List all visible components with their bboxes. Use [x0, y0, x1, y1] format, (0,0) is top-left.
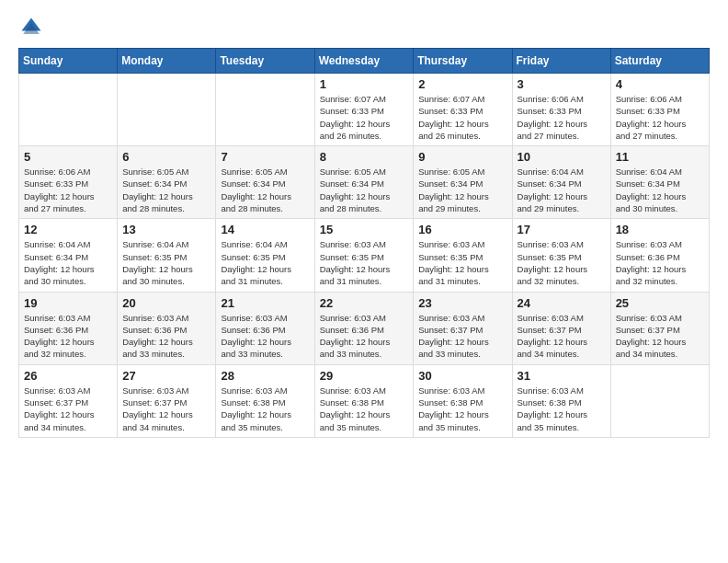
day-number: 8 — [320, 150, 409, 164]
day-info: Sunrise: 6:04 AM Sunset: 6:34 PM Dayligh… — [616, 166, 704, 214]
calendar-cell: 22Sunrise: 6:03 AM Sunset: 6:36 PM Dayli… — [314, 292, 414, 364]
day-info: Sunrise: 6:03 AM Sunset: 6:38 PM Dayligh… — [518, 385, 606, 433]
day-number: 14 — [221, 223, 309, 236]
calendar-cell: 1Sunrise: 6:07 AM Sunset: 6:33 PM Daylig… — [314, 74, 414, 146]
calendar-cell: 4Sunrise: 6:06 AM Sunset: 6:33 PM Daylig… — [610, 74, 709, 146]
day-number: 28 — [221, 369, 309, 383]
day-number: 21 — [221, 296, 309, 310]
calendar-cell: 13Sunrise: 6:04 AM Sunset: 6:35 PM Dayli… — [118, 219, 216, 292]
logo-icon — [18, 15, 44, 40]
calendar-cell — [19, 74, 118, 146]
day-info: Sunrise: 6:03 AM Sunset: 6:37 PM Dayligh… — [518, 312, 606, 361]
day-info: Sunrise: 6:03 AM Sunset: 6:35 PM Dayligh… — [418, 238, 506, 287]
day-number: 20 — [122, 296, 210, 310]
calendar-cell: 3Sunrise: 6:06 AM Sunset: 6:33 PM Daylig… — [512, 74, 610, 146]
day-info: Sunrise: 6:07 AM Sunset: 6:33 PM Dayligh… — [418, 93, 506, 142]
calendar-cell: 25Sunrise: 6:03 AM Sunset: 6:37 PM Dayli… — [610, 292, 709, 364]
day-info: Sunrise: 6:04 AM Sunset: 6:34 PM Dayligh… — [24, 238, 112, 287]
day-info: Sunrise: 6:05 AM Sunset: 6:34 PM Dayligh… — [320, 166, 409, 214]
calendar-cell: 8Sunrise: 6:05 AM Sunset: 6:34 PM Daylig… — [314, 146, 414, 219]
day-number: 9 — [418, 150, 506, 164]
calendar-cell — [216, 74, 314, 146]
day-number: 30 — [418, 369, 506, 383]
day-number: 25 — [616, 296, 704, 310]
day-number: 15 — [320, 223, 409, 236]
weekday-header: Saturday — [610, 49, 709, 74]
day-info: Sunrise: 6:05 AM Sunset: 6:34 PM Dayligh… — [221, 166, 309, 214]
calendar-cell: 12Sunrise: 6:04 AM Sunset: 6:34 PM Dayli… — [19, 219, 118, 292]
logo — [18, 15, 48, 40]
weekday-header: Friday — [512, 49, 610, 74]
day-info: Sunrise: 6:05 AM Sunset: 6:34 PM Dayligh… — [122, 166, 210, 214]
calendar-cell: 26Sunrise: 6:03 AM Sunset: 6:37 PM Dayli… — [19, 364, 118, 437]
day-number: 2 — [418, 77, 506, 91]
calendar-cell: 23Sunrise: 6:03 AM Sunset: 6:37 PM Dayli… — [414, 292, 512, 364]
day-number: 7 — [221, 150, 309, 164]
day-info: Sunrise: 6:06 AM Sunset: 6:33 PM Dayligh… — [616, 93, 704, 142]
calendar-table: SundayMondayTuesdayWednesdayThursdayFrid… — [18, 48, 710, 438]
day-number: 4 — [616, 77, 704, 91]
calendar-cell: 21Sunrise: 6:03 AM Sunset: 6:36 PM Dayli… — [216, 292, 314, 364]
day-number: 22 — [320, 296, 409, 310]
page: SundayMondayTuesdayWednesdayThursdayFrid… — [0, 0, 728, 447]
calendar-cell: 30Sunrise: 6:03 AM Sunset: 6:38 PM Dayli… — [414, 364, 512, 437]
day-info: Sunrise: 6:03 AM Sunset: 6:36 PM Dayligh… — [320, 312, 409, 361]
day-info: Sunrise: 6:03 AM Sunset: 6:36 PM Dayligh… — [24, 312, 112, 361]
calendar-week-row: 12Sunrise: 6:04 AM Sunset: 6:34 PM Dayli… — [19, 219, 710, 292]
day-info: Sunrise: 6:03 AM Sunset: 6:35 PM Dayligh… — [518, 238, 606, 287]
calendar-cell: 16Sunrise: 6:03 AM Sunset: 6:35 PM Dayli… — [414, 219, 512, 292]
calendar-cell: 24Sunrise: 6:03 AM Sunset: 6:37 PM Dayli… — [512, 292, 610, 364]
weekday-header: Tuesday — [216, 49, 314, 74]
calendar-week-row: 26Sunrise: 6:03 AM Sunset: 6:37 PM Dayli… — [19, 364, 710, 437]
day-info: Sunrise: 6:06 AM Sunset: 6:33 PM Dayligh… — [518, 93, 606, 142]
day-info: Sunrise: 6:03 AM Sunset: 6:38 PM Dayligh… — [221, 385, 309, 433]
calendar-week-row: 19Sunrise: 6:03 AM Sunset: 6:36 PM Dayli… — [19, 292, 710, 364]
day-number: 3 — [518, 77, 606, 91]
day-number: 19 — [24, 296, 112, 310]
day-info: Sunrise: 6:05 AM Sunset: 6:34 PM Dayligh… — [418, 166, 506, 214]
calendar-week-row: 5Sunrise: 6:06 AM Sunset: 6:33 PM Daylig… — [19, 146, 710, 219]
day-number: 1 — [320, 77, 409, 91]
day-number: 6 — [122, 150, 210, 164]
day-number: 11 — [616, 150, 704, 164]
day-number: 26 — [24, 369, 112, 383]
day-number: 31 — [518, 369, 606, 383]
day-info: Sunrise: 6:03 AM Sunset: 6:38 PM Dayligh… — [418, 385, 506, 433]
weekday-header: Monday — [118, 49, 216, 74]
calendar-cell: 6Sunrise: 6:05 AM Sunset: 6:34 PM Daylig… — [118, 146, 216, 219]
day-number: 10 — [518, 150, 606, 164]
day-number: 24 — [518, 296, 606, 310]
day-number: 12 — [24, 223, 112, 236]
day-info: Sunrise: 6:03 AM Sunset: 6:37 PM Dayligh… — [24, 385, 112, 433]
day-number: 29 — [320, 369, 409, 383]
calendar-cell: 5Sunrise: 6:06 AM Sunset: 6:33 PM Daylig… — [19, 146, 118, 219]
day-info: Sunrise: 6:04 AM Sunset: 6:35 PM Dayligh… — [221, 238, 309, 287]
weekday-header: Wednesday — [314, 49, 414, 74]
day-info: Sunrise: 6:03 AM Sunset: 6:37 PM Dayligh… — [418, 312, 506, 361]
day-number: 5 — [24, 150, 112, 164]
calendar-cell: 10Sunrise: 6:04 AM Sunset: 6:34 PM Dayli… — [512, 146, 610, 219]
calendar-cell: 20Sunrise: 6:03 AM Sunset: 6:36 PM Dayli… — [118, 292, 216, 364]
calendar-cell: 7Sunrise: 6:05 AM Sunset: 6:34 PM Daylig… — [216, 146, 314, 219]
weekday-header-row: SundayMondayTuesdayWednesdayThursdayFrid… — [19, 49, 710, 74]
calendar-cell: 18Sunrise: 6:03 AM Sunset: 6:36 PM Dayli… — [610, 219, 709, 292]
calendar-cell: 29Sunrise: 6:03 AM Sunset: 6:38 PM Dayli… — [314, 364, 414, 437]
day-info: Sunrise: 6:07 AM Sunset: 6:33 PM Dayligh… — [320, 93, 409, 142]
calendar-cell: 17Sunrise: 6:03 AM Sunset: 6:35 PM Dayli… — [512, 219, 610, 292]
calendar-cell: 2Sunrise: 6:07 AM Sunset: 6:33 PM Daylig… — [414, 74, 512, 146]
calendar-cell — [118, 74, 216, 146]
day-info: Sunrise: 6:03 AM Sunset: 6:37 PM Dayligh… — [122, 385, 210, 433]
calendar-cell — [610, 364, 709, 437]
day-number: 27 — [122, 369, 210, 383]
day-number: 13 — [122, 223, 210, 236]
day-number: 23 — [418, 296, 506, 310]
calendar-cell: 14Sunrise: 6:04 AM Sunset: 6:35 PM Dayli… — [216, 219, 314, 292]
calendar-cell: 15Sunrise: 6:03 AM Sunset: 6:35 PM Dayli… — [314, 219, 414, 292]
calendar-cell: 31Sunrise: 6:03 AM Sunset: 6:38 PM Dayli… — [512, 364, 610, 437]
day-number: 17 — [518, 223, 606, 236]
day-info: Sunrise: 6:03 AM Sunset: 6:38 PM Dayligh… — [320, 385, 409, 433]
day-info: Sunrise: 6:03 AM Sunset: 6:37 PM Dayligh… — [616, 312, 704, 361]
day-info: Sunrise: 6:04 AM Sunset: 6:35 PM Dayligh… — [122, 238, 210, 287]
calendar-cell: 11Sunrise: 6:04 AM Sunset: 6:34 PM Dayli… — [610, 146, 709, 219]
day-info: Sunrise: 6:03 AM Sunset: 6:36 PM Dayligh… — [221, 312, 309, 361]
